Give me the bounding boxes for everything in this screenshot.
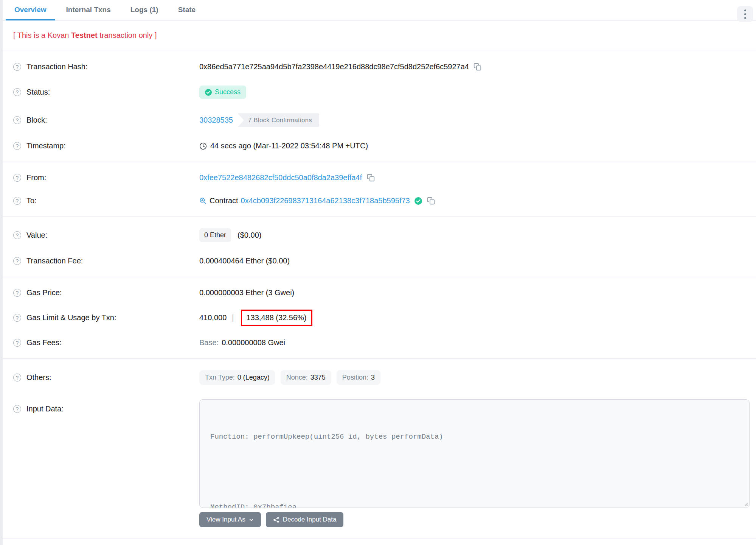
gas-usage-value: 133,488 (32.56%) — [247, 313, 307, 322]
warning-text: transaction only ] — [98, 31, 157, 39]
gas-price-label: Gas Price: — [26, 288, 62, 297]
transaction-card: Overview Internal Txns Logs (1) State [ … — [3, 0, 756, 545]
decode-input-data-label: Decode Input Data — [283, 516, 337, 523]
row-to: ? To: Contract 0x4cb093f226983713164a621… — [3, 189, 756, 212]
input-data-label: Input Data: — [26, 405, 64, 413]
section-others-input: ? Others: Txn Type: 0 (Legacy) Nonce: 33… — [3, 359, 756, 539]
gas-price-value: 0.000000003 Ether (3 Gwei) — [199, 288, 294, 297]
value-amount-badge: 0 Ether — [199, 228, 231, 242]
row-transaction-hash: ? Transaction Hash: 0x86ed5a771e725aa94d… — [3, 55, 756, 78]
status-label: Status: — [26, 88, 50, 97]
txn-type-value: 0 (Legacy) — [238, 374, 270, 382]
tab-logs[interactable]: Logs (1) — [122, 0, 167, 20]
warning-emphasis: Testnet — [71, 31, 98, 39]
value-label: Value: — [26, 231, 47, 240]
gas-limit-label: Gas Limit & Usage by Txn: — [26, 313, 116, 322]
section-value-fee: ? Value: 0 Ether ($0.00) ? Transaction F… — [3, 217, 756, 277]
row-input-data: ? Input Data: Function: performUpkeep(ui… — [3, 392, 756, 534]
gas-fees-label: Gas Fees: — [26, 338, 61, 347]
position-value: 3 — [371, 374, 375, 382]
kebab-menu-button[interactable] — [737, 6, 753, 22]
tab-bar: Overview Internal Txns Logs (1) State — [3, 0, 756, 21]
view-input-as-button[interactable]: View Input As — [199, 512, 261, 527]
help-icon[interactable]: ? — [13, 231, 21, 239]
txn-type-badge: Txn Type: 0 (Legacy) — [199, 370, 275, 385]
tab-state[interactable]: State — [169, 0, 204, 20]
tab-internal-txns[interactable]: Internal Txns — [57, 0, 120, 20]
transaction-hash-label: Transaction Hash: — [26, 62, 88, 71]
clock-icon — [199, 142, 207, 150]
block-confirmations-badge: 7 Block Confirmations — [238, 113, 319, 127]
help-icon[interactable]: ? — [13, 174, 21, 182]
gas-limit-value: 410,000 — [199, 313, 227, 322]
timestamp-value: 44 secs ago (Mar-11-2022 03:54:48 PM +UT… — [210, 142, 368, 150]
position-label: Position: — [342, 374, 368, 382]
help-icon[interactable]: ? — [13, 289, 21, 297]
input-function-line: Function: performUpkeep(uint256 id, byte… — [210, 431, 739, 443]
copy-icon[interactable] — [367, 174, 375, 182]
check-circle-icon — [205, 89, 212, 96]
kebab-dot — [744, 9, 746, 11]
row-status: ? Status: Success — [3, 78, 756, 106]
bottom-padding — [3, 539, 756, 545]
status-badge: Success — [199, 86, 246, 99]
from-label: From: — [26, 173, 46, 182]
copy-icon[interactable] — [473, 63, 481, 71]
help-icon[interactable]: ? — [13, 314, 21, 322]
to-type: Contract — [210, 196, 238, 205]
transaction-fee-label: Transaction Fee: — [26, 257, 83, 265]
section-hash-status-block-time: ? Transaction Hash: 0x86ed5a771e725aa94d… — [3, 51, 756, 162]
row-gas-price: ? Gas Price: 0.000000003 Ether (3 Gwei) — [3, 281, 756, 304]
kebab-dot — [744, 17, 746, 19]
page-background-strip — [0, 0, 3, 545]
transaction-hash-value: 0x86ed5a771e725aa94d5b7fa2398e4419e216d8… — [199, 62, 469, 71]
input-methodid-line: MethodID: 0x7bbaf1ea — [210, 501, 739, 508]
others-label: Others: — [26, 373, 51, 382]
help-icon[interactable]: ? — [13, 405, 21, 413]
help-icon[interactable]: ? — [13, 116, 21, 124]
row-transaction-fee: ? Transaction Fee: 0.000400464 Ether ($0… — [3, 249, 756, 272]
status-value: Success — [215, 88, 241, 96]
gas-fees-base-value: 0.000000008 Gwei — [222, 338, 285, 347]
timestamp-label: Timestamp: — [26, 142, 66, 150]
transaction-fee-value: 0.000400464 Ether ($0.00) — [199, 257, 290, 265]
kebab-dot — [744, 13, 746, 15]
block-label: Block: — [26, 116, 47, 125]
gas-usage-annotation-box: 133,488 (32.56%) — [241, 310, 312, 326]
testnet-warning: [ This is a Kovan Testnet transaction on… — [3, 21, 756, 51]
nonce-label: Nonce: — [286, 374, 308, 382]
section-gas: ? Gas Price: 0.000000003 Ether (3 Gwei) … — [3, 277, 756, 359]
row-gas-fees: ? Gas Fees: Base: 0.000000008 Gwei — [3, 331, 756, 354]
nonce-badge: Nonce: 3375 — [281, 370, 331, 385]
txn-type-label: Txn Type: — [205, 374, 235, 382]
row-gas-limit-usage: ? Gas Limit & Usage by Txn: 410,000 | 13… — [3, 304, 756, 331]
resize-grip-icon[interactable] — [743, 501, 748, 506]
help-icon[interactable]: ? — [13, 257, 21, 265]
help-icon[interactable]: ? — [13, 142, 21, 150]
help-icon[interactable]: ? — [13, 63, 21, 71]
decode-input-data-button[interactable]: Decode Input Data — [266, 512, 344, 527]
help-icon[interactable]: ? — [13, 197, 21, 205]
to-label: To: — [26, 196, 37, 205]
block-number-link[interactable]: 30328535 — [199, 116, 233, 125]
nonce-value: 3375 — [310, 374, 326, 382]
warning-text: [ This is a Kovan — [13, 31, 71, 39]
value-usd: ($0.00) — [238, 231, 261, 240]
gas-fees-base-label: Base: — [199, 338, 219, 347]
copy-icon[interactable] — [427, 197, 435, 205]
tab-overview[interactable]: Overview — [6, 0, 55, 20]
row-others: ? Others: Txn Type: 0 (Legacy) Nonce: 33… — [3, 363, 756, 392]
from-address-link[interactable]: 0xfee7522e8482682cf50ddc50a0f8da2a39effa… — [199, 173, 362, 182]
row-timestamp: ? Timestamp: 44 secs ago (Mar-11-2022 03… — [3, 134, 756, 157]
decode-icon — [273, 517, 279, 523]
gas-separator: | — [232, 313, 234, 322]
row-block: ? Block: 30328535 7 Block Confirmations — [3, 106, 756, 134]
section-from-to: ? From: 0xfee7522e8482682cf50ddc50a0f8da… — [3, 162, 756, 217]
help-icon[interactable]: ? — [13, 374, 21, 382]
input-data-textarea[interactable]: Function: performUpkeep(uint256 id, byte… — [199, 399, 750, 508]
zoom-in-icon[interactable] — [199, 197, 206, 204]
help-icon[interactable]: ? — [13, 88, 21, 96]
chevron-down-icon — [249, 517, 254, 522]
to-address-link[interactable]: 0x4cb093f226983713164a62138c3f718a5b595f… — [241, 196, 410, 205]
help-icon[interactable]: ? — [13, 339, 21, 347]
